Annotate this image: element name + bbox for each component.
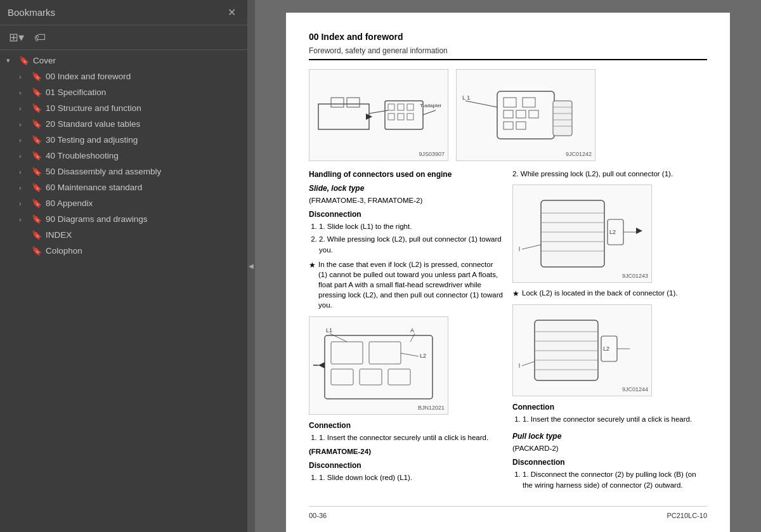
sidebar-item-40-trouble[interactable]: › 🔖 40 Troubleshooting: [0, 148, 247, 164]
image-caption-4: BJN12021: [418, 404, 445, 413]
svg-line-53: [522, 245, 541, 249]
note-text-1: In the case that even if lock (L2) is pr…: [318, 259, 504, 310]
svg-rect-0: [318, 104, 369, 129]
connector-image-5: L2 l 9JC01244: [512, 304, 652, 396]
svg-rect-21: [516, 122, 526, 129]
disconnection-list-2: 1. Slide down lock (red) (L1).: [319, 472, 504, 483]
connector-svg-5: L2 l: [516, 308, 649, 393]
disconnection-label-3: Disconnection: [512, 457, 707, 468]
svg-rect-30: [331, 342, 363, 364]
svg-rect-43: [541, 200, 604, 267]
connector-image-1: T-adapter 9JS03907: [309, 69, 448, 161]
connector-svg-3: L2 l: [516, 188, 649, 280]
chevron-icon: ›: [19, 136, 28, 144]
svg-text:L2: L2: [603, 346, 609, 352]
sidebar-item-label: 40 Troubleshooting: [46, 151, 242, 160]
bookmark-icon: 🔖: [19, 56, 29, 65]
sidebar-item-label: 20 Standard value tables: [46, 119, 242, 129]
sidebar-item-90-diagrams[interactable]: › 🔖 90 Diagrams and drawings: [0, 211, 247, 227]
sidebar-item-50-disasm[interactable]: › 🔖 50 Disassembly and assembly: [0, 164, 247, 179]
connector-image-2: L 1 9JC01242: [456, 69, 595, 161]
chevron-icon: ›: [19, 120, 28, 128]
connector-svg-4: L1 A L2: [312, 320, 445, 412]
bookmark-icon: 🔖: [32, 151, 42, 160]
svg-rect-33: [360, 369, 382, 385]
sidebar-item-label: 80 Appendix: [46, 198, 242, 208]
doc-header-sub: Foreword, safety and general information: [309, 45, 707, 60]
connection-label-2: Connection: [512, 401, 707, 413]
svg-text:l: l: [519, 363, 520, 369]
svg-rect-29: [325, 335, 433, 399]
svg-line-36: [330, 334, 347, 342]
svg-rect-31: [369, 342, 401, 364]
doc-footer: 00-36 PC210LC-10: [309, 506, 707, 521]
grid-icon[interactable]: ⊞▾: [6, 29, 27, 46]
svg-rect-19: [529, 110, 538, 118]
sidebar-item-label: Colophon: [46, 246, 242, 256]
list-item: 1. Slide lock (L1) to the right.: [319, 221, 504, 232]
list-item: 1. Insert the connector securely until a…: [523, 414, 707, 425]
note-block-2: ★ Lock (L2) is located in the back of co…: [512, 288, 707, 299]
svg-rect-32: [331, 369, 353, 385]
sidebar-item-30-test[interactable]: › 🔖 30 Testing and adjusting: [0, 132, 247, 148]
svg-rect-2: [347, 98, 360, 107]
svg-text:L1: L1: [326, 327, 332, 334]
connection-list-1: 1. Insert the connector securely until a…: [319, 432, 504, 443]
svg-rect-16: [523, 98, 535, 107]
star-icon-2: ★: [512, 288, 519, 299]
main-two-col: Handling of connectors used on engine Sl…: [309, 169, 707, 493]
chevron-icon: ›: [19, 105, 28, 112]
svg-rect-20: [504, 122, 513, 129]
disconnection-label: Disconnection: [309, 209, 504, 220]
framatome24-label: (FRAMATOME-24): [309, 446, 504, 457]
svg-line-22: [465, 101, 497, 107]
left-column: Handling of connectors used on engine Sl…: [309, 169, 504, 493]
connector-image-4: L1 A L2 BJN12021: [309, 316, 448, 415]
chevron-icon: [19, 231, 28, 239]
image-caption-5: 9JC01244: [622, 386, 648, 394]
chevron-icon: ›: [19, 168, 28, 176]
sidebar-item-10-struct[interactable]: › 🔖 10 Structure and function: [0, 100, 247, 116]
sidebar-item-80-appendix[interactable]: › 🔖 80 Appendix: [0, 195, 247, 211]
bookmark-icon: 🔖: [32, 119, 42, 129]
list-item: 1. Disconnect the connector (2) by pulli…: [523, 469, 707, 491]
sidebar-toolbar: ⊞▾ 🏷: [0, 25, 247, 50]
bookmark-icon: 🔖: [32, 72, 42, 81]
image-caption-3: 9JC01243: [622, 272, 648, 281]
bookmark-icon: 🔖: [32, 230, 42, 240]
svg-rect-10: [407, 114, 413, 120]
svg-line-40: [401, 353, 419, 356]
sidebar-item-index[interactable]: 🔖 INDEX: [0, 227, 247, 243]
note-text-2: Lock (L2) is located in the back of conn…: [522, 288, 677, 298]
list-item: 1. Slide down lock (red) (L1).: [319, 472, 504, 483]
sidebar-title: Bookmarks: [8, 7, 55, 18]
sidebar-item-label: Cover: [33, 56, 242, 65]
bookmark-icon: 🔖: [32, 88, 42, 97]
sidebar-item-label: INDEX: [46, 230, 242, 240]
collapse-handle[interactable]: ◀: [247, 0, 255, 532]
connection-list-2: 1. Insert the connector securely until a…: [523, 414, 707, 425]
bookmark-icon: 🔖: [32, 183, 42, 192]
svg-text:L 1: L 1: [462, 94, 470, 101]
sidebar-item-01-spec[interactable]: › 🔖 01 Specification: [0, 84, 247, 100]
slide-lock-type: Slide, lock type: [309, 183, 504, 194]
main-content[interactable]: 00 Index and foreword Foreword, safety a…: [255, 0, 761, 532]
close-button[interactable]: ✕: [224, 5, 240, 20]
sidebar-item-label: 00 Index and foreword: [46, 72, 242, 81]
chevron-icon: ›: [19, 89, 28, 96]
svg-rect-8: [388, 114, 394, 120]
chevron-icon: [19, 247, 28, 255]
sidebar-item-cover[interactable]: ▾ 🔖 Cover: [0, 53, 247, 68]
sidebar-item-20-std[interactable]: › 🔖 20 Standard value tables: [0, 116, 247, 132]
bookmark-tag-icon[interactable]: 🏷: [32, 30, 48, 46]
sidebar-item-00-index[interactable]: › 🔖 00 Index and foreword: [0, 68, 247, 84]
right-column: 2. While pressing lock (L2), pull out co…: [512, 169, 707, 493]
pull-lock-type: Pull lock type: [512, 431, 707, 442]
bookmark-icon: 🔖: [32, 198, 42, 208]
chevron-icon: ›: [19, 73, 28, 81]
sidebar-item-colophon[interactable]: 🔖 Colophon: [0, 243, 247, 259]
sidebar-item-60-maint[interactable]: › 🔖 60 Maintenance standard: [0, 179, 247, 195]
bookmark-icon: 🔖: [32, 135, 42, 145]
disconnection-list: 1. Slide lock (L1) to the right. 2. Whil…: [319, 221, 504, 256]
svg-rect-15: [504, 98, 516, 107]
